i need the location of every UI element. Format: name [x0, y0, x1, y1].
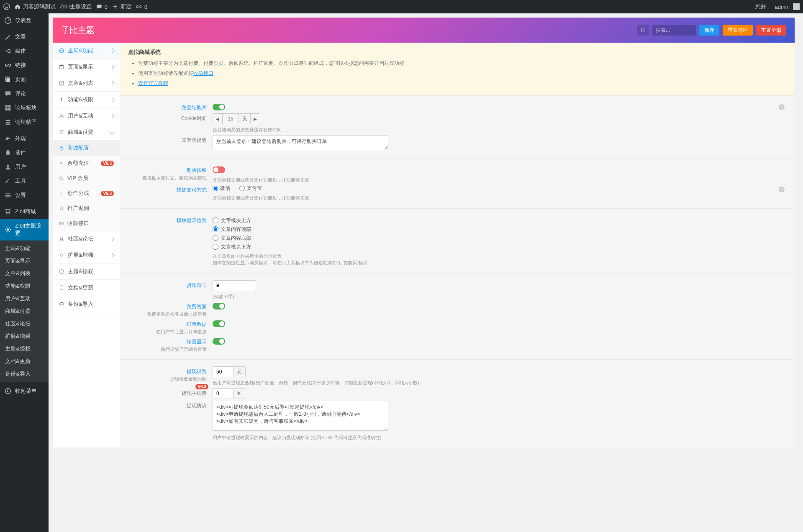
nav-vip[interactable]: VIP 会员 — [53, 171, 120, 186]
svg-point-29 — [60, 303, 63, 304]
menu-appearance[interactable]: 外观 — [0, 131, 49, 146]
nav-payment[interactable]: 收款接口 — [53, 216, 120, 231]
link-tutorial[interactable]: 查看官方教程 — [138, 80, 168, 86]
spinner-dec[interactable]: ◀ — [213, 114, 222, 124]
desc-quick-pay: 开启余额功能或积分支付功能后，此功能将失效 — [213, 194, 785, 202]
cookie-time-spinner[interactable]: ◀ 15 天 ▶ — [213, 113, 260, 124]
nav-global[interactable]: 全局&功能 — [53, 43, 120, 59]
submenu-item[interactable]: 功能&权限 — [0, 280, 49, 292]
search-input[interactable] — [652, 25, 696, 36]
nav-creation[interactable]: 创作分成V6.3 — [53, 186, 120, 201]
desc-withdraw-agree: 用户申请提现时展示的内容，建议为提现须知等 (使用HTML代码请注意代码准确性) — [213, 434, 785, 441]
new-content[interactable]: 新建 — [112, 3, 131, 10]
submenu-item[interactable]: 社区&论坛 — [0, 317, 49, 330]
nav-user[interactable]: 用户&互动 — [53, 108, 120, 124]
nav-theme-auth[interactable]: 主题&授权 — [53, 263, 120, 280]
user-menu[interactable]: 您好，admin — [755, 3, 800, 10]
nav-promo[interactable]: 推广返佣 — [53, 201, 120, 216]
withdraw-agree-textarea[interactable] — [213, 401, 388, 431]
radio-pos-2[interactable]: 文章内容顶部 — [213, 226, 785, 233]
menu-posts[interactable]: 文章 — [0, 30, 49, 44]
save-button[interactable]: 保存 — [699, 25, 719, 36]
nav-article[interactable]: 文章&列表 — [53, 75, 120, 92]
nav-backup[interactable]: 备份&导入 — [53, 296, 120, 312]
svg-point-14 — [8, 213, 10, 215]
reset-section-button[interactable]: 重置选区 — [723, 25, 753, 36]
not-logged-textarea[interactable] — [213, 135, 388, 150]
links-count[interactable]: 0 — [136, 3, 147, 10]
submenu-item[interactable]: 扩展&增强 — [0, 330, 49, 343]
menu-zibll-mall[interactable]: Zibll商城 — [0, 205, 49, 219]
menu-links[interactable]: 链接 — [0, 58, 49, 72]
label-currency: 货币符号 — [187, 282, 207, 288]
menu-forum-post[interactable]: 论坛帖子 — [0, 115, 49, 129]
chevron-right-icon — [110, 113, 114, 118]
radio-pos-1[interactable]: 文章模块上方 — [213, 217, 785, 224]
submenu-item[interactable]: 商城&付费 — [0, 305, 49, 317]
menu-settings[interactable]: 设置 — [0, 188, 49, 202]
toggle-sales-show[interactable] — [213, 338, 225, 345]
help-icon[interactable]: ? — [779, 104, 785, 110]
svg-point-23 — [62, 134, 62, 134]
submenu-item[interactable]: 主题&授权 — [0, 343, 49, 355]
menu-pages[interactable]: 页面 — [0, 72, 49, 87]
submenu-item[interactable]: 文章&列表 — [0, 267, 49, 280]
label-sales-show-sub: 商品详情显示销售数量 — [120, 346, 207, 353]
radio-pos-4[interactable]: 文章模块下方 — [213, 243, 785, 251]
withdraw-min-input[interactable] — [213, 366, 233, 377]
reset-all-button[interactable]: 重置全部 — [756, 25, 786, 36]
withdraw-fee-input[interactable] — [213, 388, 233, 399]
desc-currency: (例如 R币) — [213, 293, 785, 300]
svg-rect-12 — [5, 197, 11, 197]
desc-module-pos1: 在文章页面中购买模块的显示位置 — [213, 253, 785, 260]
submenu-item[interactable]: 备份&导入 — [0, 368, 49, 380]
menu-dashboard[interactable]: 仪表盘 — [0, 13, 49, 28]
theme-header: 子比主题 理 保存 重置选区 重置全部 — [53, 18, 795, 43]
expand-button[interactable]: 理 — [637, 25, 649, 36]
nav-feature[interactable]: 功能&权限 — [53, 92, 120, 108]
wp-logo[interactable] — [3, 3, 10, 10]
help-icon[interactable]: ? — [779, 187, 785, 192]
submenu-item[interactable]: 全局&功能 — [0, 242, 49, 255]
spinner-inc[interactable]: ▶ — [251, 114, 260, 124]
currency-input[interactable] — [213, 280, 256, 291]
menu-media[interactable]: 媒体 — [0, 44, 49, 58]
nav-page[interactable]: 页面&显示 — [53, 59, 120, 75]
chevron-right-icon — [110, 64, 114, 69]
menu-users[interactable]: 用户 — [0, 160, 49, 174]
menu-comments[interactable]: 评论 — [0, 87, 49, 101]
nav-community[interactable]: 社区&论坛 — [53, 231, 120, 247]
radio-alipay[interactable]: 支付宝 — [239, 185, 262, 192]
submenu-item[interactable]: 用户&互动 — [0, 292, 49, 305]
nav-extend[interactable]: 扩展&增强 — [53, 247, 120, 263]
site-home[interactable]: 刀客源码测试 — [14, 3, 56, 10]
label-buy-btn-sub: 直接显示支付宝、微信购买按钮 — [120, 175, 207, 181]
toggle-buy-btn[interactable] — [213, 166, 225, 173]
radio-pos-3[interactable]: 文章内容底部 — [213, 235, 785, 242]
chevron-down-icon — [110, 130, 114, 134]
label-free-res-sub: 免费资源必须登录后才能查看 — [120, 311, 207, 317]
link-payment-api[interactable]: 收款接口 — [193, 70, 213, 76]
comments-link[interactable]: 0 — [96, 3, 108, 10]
menu-zibll-theme[interactable]: Zibll主题设置 — [0, 219, 49, 240]
nav-docs[interactable]: 文档&更新 — [53, 280, 120, 296]
toggle-order-data[interactable] — [213, 320, 225, 327]
menu-forum-section[interactable]: 论坛板块 — [0, 101, 49, 115]
menu-tools[interactable]: 工具 — [0, 174, 49, 188]
nav-balance[interactable]: ¥余额充值V6.3 — [53, 156, 120, 171]
toggle-guest-buy[interactable] — [213, 104, 225, 110]
toggle-free-res[interactable] — [213, 303, 225, 309]
radio-wechat[interactable]: 微信 — [213, 185, 230, 192]
submenu-item[interactable]: 页面&显示 — [0, 255, 49, 267]
version-badge: V6.3 — [195, 384, 208, 389]
page-title[interactable]: Zibll主题设置 — [60, 3, 92, 10]
menu-plugins[interactable]: 插件 — [0, 146, 49, 160]
svg-point-26 — [60, 238, 62, 239]
menu-collapse[interactable]: 收起菜单 — [0, 384, 49, 398]
nav-mall[interactable]: 商城&付费 — [53, 124, 120, 141]
settings-nav: 全局&功能 页面&显示 文章&列表 功能&权限 用户&互动 商城&付费 商城配置… — [53, 43, 120, 448]
svg-point-22 — [60, 134, 61, 134]
label-sales-show: 销量显示 — [187, 339, 207, 345]
nav-mall-config[interactable]: 商城配置 — [53, 141, 120, 156]
submenu-item[interactable]: 文档&更新 — [0, 355, 49, 368]
